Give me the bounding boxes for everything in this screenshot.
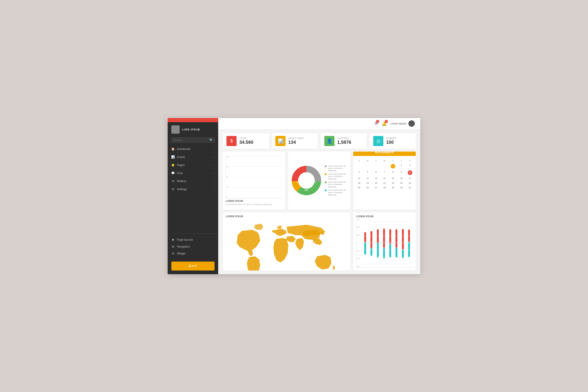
topbar: ✉ 3 🔔 6 Lorem Ipsum (218, 118, 420, 130)
visitors-value: 1,5876 (337, 140, 351, 145)
sidebar-item-widget[interactable]: ⊞ Widget (168, 250, 218, 257)
sidebar-item-charts[interactable]: 📊 Charts › (168, 153, 218, 161)
legend-item: Lorem ipsum dolor as amet, consectetur a… (325, 189, 350, 196)
y-label: 100 (357, 250, 360, 252)
sidebar-item-dashboard[interactable]: 🏠 Dashboard › (168, 145, 218, 153)
search-input[interactable] (173, 139, 208, 142)
visitors-label: VISITORS (337, 137, 351, 140)
sidebar-item-mailbox[interactable]: ✉ Mailbox › (168, 177, 218, 185)
donut-chart-card: 26% 35% 13% 46% Lorem ipsum dolor as ame… (288, 152, 350, 210)
sidebar-username: LORE IPSUM (182, 128, 200, 131)
sidebar-item-pages[interactable]: ⭐ Pages › (168, 161, 218, 169)
chevron-icon: › (214, 164, 214, 166)
legend-dot-gray (325, 165, 326, 167)
y-label: 100 (226, 156, 229, 158)
bar-up (396, 230, 397, 248)
bar-chart: 100 50 25 15 0 (226, 154, 282, 207)
sidebar-item-label: Dashboard (177, 148, 190, 151)
y-label: 200 (357, 258, 360, 260)
widget-icon: ⊞ (171, 252, 174, 255)
bar-up (389, 230, 391, 244)
bar-chart-card: 100 50 25 15 0 (223, 152, 285, 210)
bidir-inner: 100 200 300 0 100 200 300 (356, 218, 413, 268)
charts-area: 100 50 25 15 0 (218, 152, 420, 274)
cal-date: 31 (406, 186, 414, 190)
bar-up (364, 232, 366, 242)
sidebar: LORE IPSUM 🔍 🏠 Dashboard › 📊 Charts › (168, 118, 218, 274)
sidebar-item-chat[interactable]: 💬 Chat › (168, 169, 218, 177)
bidir-bar-group (406, 220, 412, 268)
cal-date (380, 163, 389, 169)
exit-button[interactable]: EXIT (171, 262, 214, 270)
chat-icon: 💬 (171, 172, 174, 175)
mailbox-icon: ✉ (171, 180, 174, 183)
search-icon: 🔍 (210, 138, 213, 142)
bar-down (364, 242, 366, 254)
sidebar-item-label: Mailbox (177, 180, 186, 183)
y-label: 25 (226, 176, 229, 178)
legend-text-3: Lorem ipsum dolor as amet, consectetur a… (328, 181, 350, 188)
cal-date: 6 (372, 170, 380, 176)
visitors-icon: 👤 (324, 136, 334, 146)
cal-date: 30 (397, 186, 406, 190)
sidebar-item-page-layouts[interactable]: ▣ Page lazouts (168, 236, 218, 243)
cal-date: 16 (397, 176, 406, 180)
pages-view-value: 134 (288, 140, 304, 145)
y-label: 0 (226, 196, 229, 198)
bar-up (402, 229, 404, 249)
charts-icon: 📊 (171, 156, 174, 159)
calendar-grid: S M T W T F S 1 2 3 (355, 159, 414, 190)
bar-down (389, 244, 391, 258)
search-box[interactable]: 🔍 (171, 137, 215, 143)
cal-date: 11 (355, 176, 363, 180)
bar-up (377, 230, 379, 243)
cal-date-highlight[interactable]: 10 (406, 170, 414, 176)
stat-card-pages-view: 📊 PAGES VIEW 134 (272, 133, 318, 149)
cal-date (364, 163, 372, 169)
legend-dot-green (325, 182, 326, 183)
cal-date: 14 (380, 176, 389, 180)
cal-day-header: S (355, 159, 363, 163)
cal-date (372, 163, 380, 169)
cal-day-header: S (406, 159, 414, 163)
cal-date: 7 (380, 170, 389, 176)
sidebar-profile: LORE IPSUM (168, 122, 218, 136)
cal-date: 17 (406, 176, 414, 180)
sidebar-accent (168, 118, 218, 122)
cal-day-header: M (364, 159, 372, 163)
mail-button[interactable]: ✉ 3 (374, 121, 378, 126)
bidir-chart: 100 200 300 0 100 200 300 (356, 218, 413, 268)
bell-badge: 6 (385, 120, 388, 123)
bar-down (396, 248, 397, 258)
shares-icon: ◎ (373, 136, 383, 146)
cal-date: 27 (372, 186, 380, 190)
donut-svg: 26% 35% 13% 46% (290, 164, 322, 196)
world-map-svg (226, 218, 348, 270)
cal-date: 29 (389, 186, 397, 190)
cal-date: 13 (372, 176, 380, 180)
y-label: 300 (357, 266, 360, 267)
svg-text:46%: 46% (297, 181, 301, 183)
secondary-item-label: Navigation (177, 245, 190, 248)
chevron-icon: › (214, 172, 214, 174)
legend-text-1: Lorem ipsum dolor as amet, consectetur a… (328, 165, 350, 172)
svg-text:26%: 26% (304, 172, 308, 174)
cal-date: 28 (380, 186, 389, 190)
stat-card-shares: ◎ SHARES 100 (370, 133, 416, 149)
sidebar-item-label: Charts (177, 156, 185, 159)
bar-down (377, 243, 379, 258)
svg-text:13%: 13% (304, 189, 308, 191)
legend-dot-teal (325, 190, 326, 191)
y-axis-labels: 100 50 25 15 0 (226, 156, 229, 198)
calendar-card: NOVEMBER S M T W T F S (353, 152, 416, 210)
secondary-item-label: Page lazouts (177, 238, 193, 241)
sidebar-item-navigation[interactable]: ▤ Navigation (168, 243, 218, 250)
user-menu[interactable]: Lorem Ipsum (390, 120, 415, 127)
y-labels: 100 200 300 0 100 200 300 (357, 218, 360, 268)
bell-button[interactable]: 🔔 6 (382, 121, 387, 126)
bidir-bar-group (388, 220, 393, 268)
cal-date-today[interactable]: 1 (389, 163, 397, 169)
bidir-bar-group (394, 220, 399, 268)
bidir-chart-card: LOREM IPSUM 100 200 300 0 100 200 300 (353, 212, 416, 270)
sidebar-item-settings[interactable]: ⚙ Settings › (168, 185, 218, 193)
